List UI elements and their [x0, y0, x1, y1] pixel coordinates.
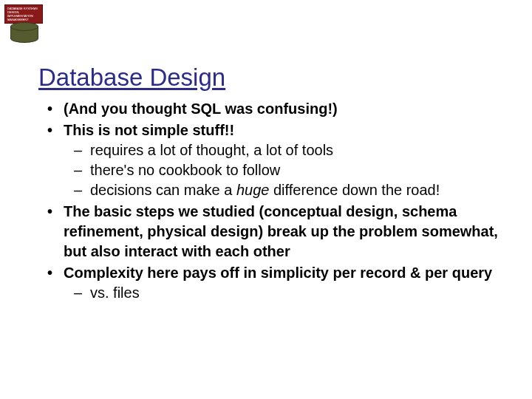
bullet-text: This is not simple stuff!! — [64, 122, 234, 138]
sub-bullet-text: vs. files — [90, 284, 140, 301]
slide-title: Database Design — [38, 64, 502, 92]
sub-bullet-text: requires a lot of thought, a lot of tool… — [90, 142, 333, 158]
bullet-item: (And you thought SQL was confusing!) — [64, 99, 502, 119]
slide-content: Database Design (And you thought SQL was… — [38, 64, 502, 304]
bullet-text: (And you thought SQL was confusing!) — [64, 100, 338, 117]
logo: DATABASE SYSTEMS DESIGN, IMPLEMENTATION … — [4, 4, 50, 41]
sub-bullet-text-pre: decisions can make a — [90, 182, 236, 198]
logo-box: DATABASE SYSTEMS DESIGN, IMPLEMENTATION … — [4, 4, 43, 24]
sub-bullet-item: requires a lot of thought, a lot of tool… — [90, 140, 502, 160]
sub-bullet-text: there's no cookbook to follow — [90, 162, 280, 178]
bullet-text: The basic steps we studied (conceptual d… — [64, 203, 498, 259]
logo-text: DATABASE SYSTEMS DESIGN, IMPLEMENTATION … — [5, 5, 42, 23]
sub-bullet-item: vs. files — [90, 283, 502, 303]
bullet-item: This is not simple stuff!! requires a lo… — [64, 120, 502, 200]
bullet-item: The basic steps we studied (conceptual d… — [64, 202, 502, 262]
sub-bullet-text-post: difference down the road! — [269, 182, 440, 198]
sub-bullet-list: vs. files — [64, 283, 502, 303]
sub-bullet-list: requires a lot of thought, a lot of tool… — [64, 140, 502, 200]
sub-bullet-item: decisions can make a huge difference dow… — [90, 180, 502, 200]
logo-cylinder-top — [10, 22, 38, 31]
bullet-item: Complexity here pays off in simplicity p… — [64, 263, 502, 303]
bullet-list: (And you thought SQL was confusing!) Thi… — [38, 99, 502, 303]
sub-bullet-item: there's no cookbook to follow — [90, 160, 502, 180]
sub-bullet-text-em: huge — [236, 182, 270, 198]
bullet-text: Complexity here pays off in simplicity p… — [64, 265, 492, 281]
